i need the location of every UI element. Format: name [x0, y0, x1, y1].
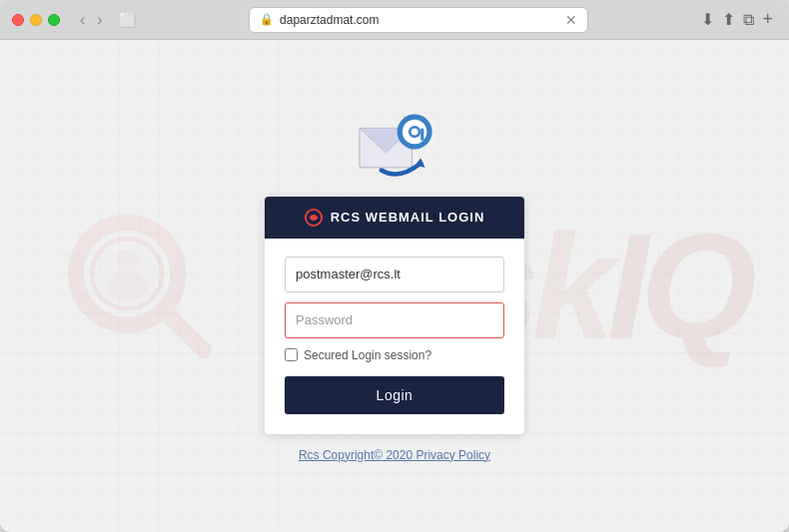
svg-rect-11 — [420, 128, 423, 140]
forward-button[interactable]: › — [93, 9, 106, 31]
watermark-magnifier-icon — [60, 207, 220, 366]
login-box: RCS WEBMAIL LOGIN Secured Login session?… — [265, 197, 524, 434]
tab-icon: ⬜ — [119, 12, 136, 28]
login-button[interactable]: Login — [285, 376, 504, 414]
lock-icon: 🔒 — [260, 13, 274, 26]
secured-session-row: Secured Login session? — [285, 348, 504, 362]
download-icon[interactable]: ⬇ — [701, 10, 714, 29]
login-form-body: Secured Login session? Login — [265, 239, 524, 434]
address-bar-container: 🔒 daparztadmat.com ✕ — [152, 7, 686, 33]
address-bar[interactable]: 🔒 daparztadmat.com ✕ — [249, 7, 588, 33]
browser-window: ‹ › ⬜ 🔒 daparztadmat.com ✕ ⬇ ⬆ ⧉ + — [0, 0, 789, 532]
secured-session-label: Secured Login session? — [304, 348, 431, 362]
page-content: riskIQ — [0, 40, 789, 532]
traffic-lights — [12, 14, 60, 26]
login-container: RCS WEBMAIL LOGIN Secured Login session?… — [265, 111, 524, 462]
browser-toolbar-right: ⬇ ⬆ ⧉ + — [701, 9, 773, 30]
webmail-icon — [355, 111, 434, 181]
login-header: RCS WEBMAIL LOGIN — [265, 197, 524, 239]
svg-point-10 — [411, 128, 418, 135]
copyright-text[interactable]: Rcs Copyright© 2020 Privacy Policy — [299, 448, 490, 462]
email-icon-wrapper — [355, 111, 434, 185]
svg-line-1 — [164, 310, 204, 350]
share-icon[interactable]: ⬆ — [722, 10, 735, 29]
url-text: daparztadmat.com — [280, 13, 379, 27]
login-header-title: RCS WEBMAIL LOGIN — [331, 210, 485, 225]
title-bar: ‹ › ⬜ 🔒 daparztadmat.com ✕ ⬇ ⬆ ⧉ + — [0, 0, 789, 40]
back-button[interactable]: ‹ — [76, 9, 89, 31]
svg-point-0 — [76, 223, 178, 324]
nav-buttons: ‹ › — [76, 9, 107, 31]
minimize-window-button[interactable] — [30, 14, 42, 26]
close-tab-button[interactable]: ✕ — [565, 12, 577, 28]
email-input[interactable] — [285, 257, 504, 292]
svg-point-4 — [106, 271, 148, 300]
new-tab-button[interactable]: + — [762, 9, 773, 30]
tabs-icon[interactable]: ⧉ — [743, 11, 754, 29]
svg-point-2 — [92, 239, 162, 308]
password-input[interactable] — [285, 302, 504, 338]
maximize-window-button[interactable] — [48, 14, 60, 26]
close-window-button[interactable] — [12, 14, 24, 26]
svg-point-3 — [116, 250, 138, 271]
rcs-logo-icon — [305, 209, 323, 227]
secured-session-checkbox[interactable] — [285, 348, 298, 361]
